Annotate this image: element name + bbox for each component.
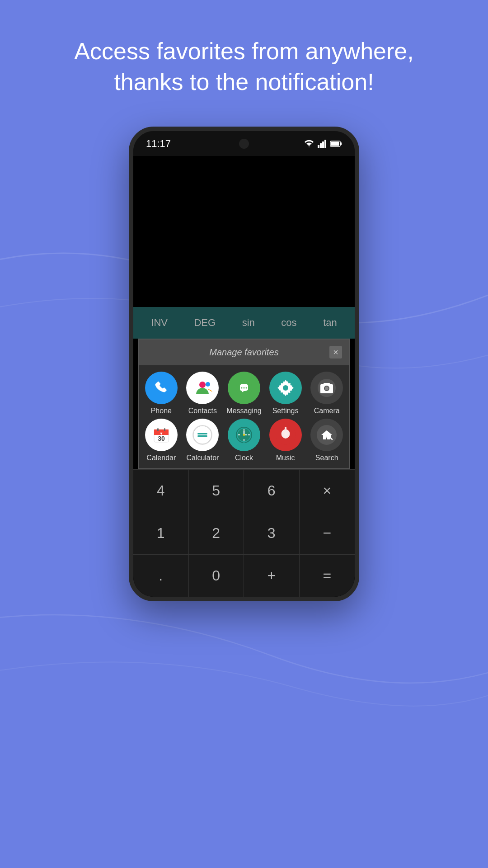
svg-point-12 bbox=[245, 387, 247, 389]
search-app-label: Search bbox=[315, 454, 338, 462]
messaging-app-icon bbox=[228, 372, 260, 404]
svg-rect-3 bbox=[324, 140, 326, 148]
contacts-svg-icon bbox=[192, 378, 212, 398]
clock-app-label: Clock bbox=[235, 454, 253, 462]
svg-point-15 bbox=[283, 385, 288, 391]
favorites-header: Manage favorites × bbox=[139, 340, 349, 365]
svg-rect-28 bbox=[197, 433, 207, 434]
calc-row-2: 1 2 3 − bbox=[133, 512, 355, 554]
favorites-close-button[interactable]: × bbox=[329, 346, 342, 359]
svg-rect-2 bbox=[322, 142, 324, 148]
svg-rect-24 bbox=[157, 428, 159, 431]
svg-point-27 bbox=[193, 426, 211, 444]
messaging-app-label: Messaging bbox=[226, 407, 261, 415]
music-svg-icon bbox=[276, 425, 296, 445]
calc-tan-btn[interactable]: tan bbox=[323, 317, 337, 329]
svg-point-7 bbox=[199, 382, 206, 388]
settings-app-icon bbox=[269, 372, 302, 404]
favorites-dialog: Manage favorites × Phone bbox=[138, 339, 350, 469]
calc-plus[interactable]: + bbox=[244, 555, 300, 597]
calc-multiply[interactable]: × bbox=[300, 470, 355, 512]
app-item-settings[interactable]: Settings bbox=[267, 372, 305, 415]
calc-1[interactable]: 1 bbox=[133, 512, 189, 554]
calc-6[interactable]: 6 bbox=[244, 470, 300, 512]
music-app-icon bbox=[269, 419, 302, 451]
svg-rect-0 bbox=[318, 145, 319, 148]
calc-numpad: 4 5 6 × 1 2 3 − . 0 + = bbox=[133, 469, 355, 597]
hero-line1: Access favorites from anywhere, bbox=[74, 38, 413, 64]
calc-deg-btn[interactable]: DEG bbox=[194, 317, 216, 329]
search-svg-icon bbox=[317, 425, 337, 445]
contacts-app-icon bbox=[186, 372, 219, 404]
calc-minus[interactable]: − bbox=[300, 512, 355, 554]
camera-svg-icon bbox=[318, 379, 336, 397]
calculator-svg-icon bbox=[192, 425, 212, 445]
calc-cos-btn[interactable]: cos bbox=[281, 317, 296, 329]
svg-point-40 bbox=[243, 434, 245, 436]
calendar-svg-icon: ▼ 30 bbox=[151, 425, 171, 445]
status-time: 11:17 bbox=[146, 138, 171, 150]
calc-row-1: 4 5 6 × bbox=[133, 469, 355, 512]
hero-line2: thanks to the notification! bbox=[114, 69, 374, 95]
svg-rect-6 bbox=[331, 142, 339, 146]
calc-header: INV DEG sin cos tan bbox=[133, 307, 355, 339]
svg-point-10 bbox=[241, 387, 242, 389]
contacts-app-label: Contacts bbox=[188, 407, 217, 415]
svg-point-8 bbox=[206, 382, 210, 387]
camera-notch bbox=[239, 139, 249, 149]
svg-rect-1 bbox=[320, 143, 322, 148]
app-item-clock[interactable]: Clock bbox=[225, 419, 263, 462]
app-item-contacts[interactable]: Contacts bbox=[184, 372, 222, 415]
svg-rect-5 bbox=[340, 142, 342, 145]
app-item-calculator[interactable]: Calculator bbox=[184, 419, 222, 462]
svg-rect-25 bbox=[164, 428, 165, 431]
calc-equals[interactable]: = bbox=[300, 555, 355, 597]
app-grid: Phone Contacts bbox=[139, 365, 349, 468]
phone-frame: 11:17 bbox=[129, 127, 359, 601]
calc-dot[interactable]: . bbox=[133, 555, 189, 597]
app-item-music[interactable]: Music bbox=[267, 419, 305, 462]
app-item-calendar[interactable]: ▼ 30 Calendar bbox=[142, 419, 180, 462]
svg-rect-29 bbox=[197, 435, 207, 437]
camera-app-label: Camera bbox=[314, 407, 340, 415]
status-icons bbox=[304, 140, 342, 148]
calculator-app-icon bbox=[186, 419, 219, 451]
clock-app-icon bbox=[228, 419, 260, 451]
calendar-app-label: Calendar bbox=[146, 454, 176, 462]
calc-3[interactable]: 3 bbox=[244, 512, 300, 554]
hero-text: Access favorites from anywhere, thanks t… bbox=[0, 0, 488, 115]
calculator-app-label: Calculator bbox=[186, 454, 219, 462]
music-app-label: Music bbox=[276, 454, 295, 462]
settings-svg-icon bbox=[276, 378, 296, 398]
calc-2[interactable]: 2 bbox=[189, 512, 244, 554]
app-item-camera[interactable]: Camera bbox=[308, 372, 346, 415]
favorites-title: Manage favorites bbox=[159, 347, 329, 358]
phone-app-label: Phone bbox=[151, 407, 172, 415]
wifi-icon bbox=[304, 140, 314, 148]
clock-svg-icon bbox=[234, 425, 254, 445]
search-app-icon bbox=[310, 419, 343, 451]
phone-screen: INV DEG sin cos tan Manage favorites × bbox=[133, 156, 355, 597]
app-item-search[interactable]: Search bbox=[308, 419, 346, 462]
battery-icon bbox=[330, 140, 342, 147]
camera-app-icon bbox=[310, 372, 343, 404]
phone-app-icon bbox=[145, 372, 178, 404]
calendar-app-icon: ▼ 30 bbox=[145, 419, 178, 451]
calc-inv-btn[interactable]: INV bbox=[151, 317, 168, 329]
svg-text:30: 30 bbox=[158, 435, 165, 442]
svg-point-11 bbox=[243, 387, 244, 389]
app-item-phone[interactable]: Phone bbox=[142, 372, 180, 415]
app-item-messaging[interactable]: Messaging bbox=[225, 372, 263, 415]
phone-svg-icon bbox=[153, 379, 170, 396]
settings-app-label: Settings bbox=[272, 407, 299, 415]
screen-dark-area bbox=[133, 156, 355, 307]
svg-point-18 bbox=[325, 387, 328, 390]
calc-row-3: . 0 + = bbox=[133, 554, 355, 597]
status-bar: 11:17 bbox=[133, 131, 355, 156]
messaging-svg-icon bbox=[235, 378, 253, 397]
calc-5[interactable]: 5 bbox=[189, 470, 244, 512]
signal-icon bbox=[318, 140, 327, 148]
calc-4[interactable]: 4 bbox=[133, 470, 189, 512]
calc-0[interactable]: 0 bbox=[189, 555, 244, 597]
calc-sin-btn[interactable]: sin bbox=[242, 317, 255, 329]
